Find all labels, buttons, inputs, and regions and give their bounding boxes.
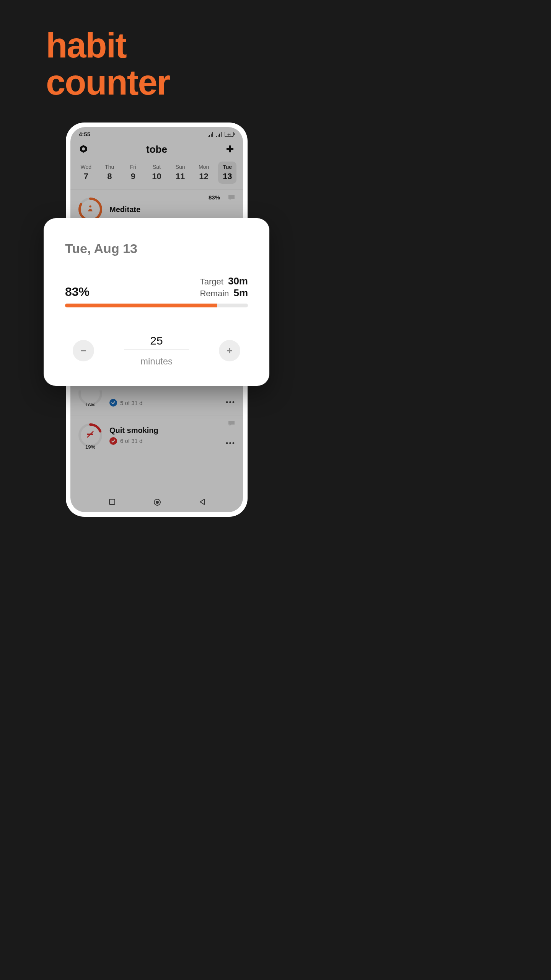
modal-remain-row: Remain 5m: [200, 287, 248, 299]
day-cell-sat[interactable]: Sat10: [147, 162, 166, 184]
settings-icon: [79, 144, 88, 154]
settings-button[interactable]: [79, 144, 88, 155]
check-icon: [109, 437, 117, 445]
day-name: Sat: [153, 164, 161, 170]
plus-icon: [225, 346, 234, 355]
remain-label: Remain: [200, 289, 229, 298]
comment-icon[interactable]: [228, 194, 235, 203]
svg-rect-19: [229, 348, 230, 353]
marketing-line1: habit: [46, 27, 170, 64]
status-right: 44: [208, 132, 235, 137]
svg-text:44: 44: [227, 133, 231, 136]
day-cell-wed[interactable]: Wed7: [77, 162, 95, 184]
day-name: Tue: [223, 164, 232, 170]
svg-point-16: [156, 501, 159, 504]
target-label: Target: [200, 277, 223, 286]
check-icon: [109, 399, 117, 407]
marketing-line2: counter: [46, 64, 170, 101]
habit-sub: 6 of 31 d: [109, 437, 235, 445]
day-cell-mon[interactable]: Mon12: [195, 162, 213, 184]
habit-title: Quit smoking: [109, 426, 235, 435]
more-button[interactable]: •••: [226, 399, 235, 407]
remain-value: 5m: [233, 287, 248, 299]
habit-title: Meditate: [109, 205, 235, 214]
signal-icon-2: [216, 132, 222, 137]
day-number: 8: [107, 172, 112, 181]
svg-rect-1: [234, 133, 235, 135]
day-name: Thu: [105, 164, 114, 170]
plus-icon: [225, 144, 235, 154]
increment-button[interactable]: [219, 340, 240, 361]
habit-ring-pct: 16%: [85, 402, 95, 406]
android-nav-bar: [70, 495, 243, 510]
day-cell-fri[interactable]: Fri9: [124, 162, 142, 184]
day-number: 7: [84, 172, 88, 181]
modal-target-row: Target 30m: [200, 275, 248, 287]
nav-home-button[interactable]: [153, 498, 161, 506]
comment-icon[interactable]: [228, 420, 235, 428]
meditate-icon: [86, 204, 95, 213]
modal-stats: 83% Target 30m Remain 5m: [65, 275, 248, 299]
day-cell-sun[interactable]: Sun11: [171, 162, 189, 184]
day-cell-tue[interactable]: Tue13: [218, 162, 236, 184]
nav-recents-button[interactable]: [109, 498, 116, 506]
habit-sub-text: 6 of 31 d: [120, 438, 142, 444]
more-button[interactable]: •••: [226, 439, 235, 448]
day-number: 10: [152, 172, 161, 181]
habit-counter-modal: Tue, Aug 13 83% Target 30m Remain 5m 25 …: [44, 218, 269, 386]
modal-targets: Target 30m Remain 5m: [200, 275, 248, 299]
svg-rect-14: [109, 499, 115, 505]
battery-icon: 44: [225, 132, 235, 137]
status-bar: 4:55 44: [70, 127, 243, 140]
day-number: 12: [199, 172, 208, 181]
day-name: Wed: [81, 164, 92, 170]
habit-info: Meditate: [109, 205, 235, 214]
day-number: 13: [223, 172, 232, 181]
habit-progress-ring: 19%: [78, 423, 103, 448]
status-time: 4:55: [79, 131, 90, 137]
habit-ring-pct: 19%: [85, 444, 95, 450]
day-name: Sun: [176, 164, 185, 170]
target-value: 30m: [228, 275, 248, 287]
minus-icon: [79, 346, 88, 355]
habit-info: Quit smoking 6 of 31 d: [109, 426, 235, 445]
stepper-value[interactable]: 25: [124, 334, 189, 350]
habit-row-blue[interactable]: 16% 5 of 31 d •••: [70, 399, 243, 415]
modal-progress-bar: [65, 304, 248, 307]
habit-info: 5 of 31 d: [109, 399, 235, 407]
nav-back-button[interactable]: [199, 498, 205, 506]
day-name: Mon: [199, 164, 209, 170]
decrement-button[interactable]: [73, 340, 94, 361]
habit-day-pct: 83%: [209, 194, 220, 201]
modal-progress-fill: [65, 304, 217, 307]
day-strip: Wed7Thu8Fri9Sat10Sun11Mon12Tue13: [70, 160, 243, 189]
habit-row-quit-smoking[interactable]: 19% Quit smoking 6 of 31 d •••: [70, 415, 243, 456]
app-title: tobe: [146, 144, 167, 155]
day-cell-thu[interactable]: Thu8: [100, 162, 119, 184]
marketing-title: habit counter: [46, 27, 170, 101]
modal-date: Tue, Aug 13: [65, 241, 248, 256]
svg-rect-17: [81, 350, 86, 351]
day-number: 11: [176, 172, 185, 181]
stepper-unit: minutes: [106, 356, 207, 367]
habit-progress-ring: 16%: [78, 390, 103, 406]
habit-sub-text: 5 of 31 d: [120, 400, 142, 406]
svg-point-7: [89, 206, 91, 208]
counter-stepper: 25 minutes: [65, 334, 248, 367]
modal-percentage: 83%: [65, 285, 90, 299]
day-name: Fri: [130, 164, 136, 170]
signal-icon: [208, 132, 214, 137]
habit-sub: 5 of 31 d: [109, 399, 235, 407]
svg-point-4: [82, 147, 85, 150]
no-smoking-icon: [86, 430, 95, 439]
day-number: 9: [131, 172, 135, 181]
add-habit-button[interactable]: [225, 144, 235, 155]
stepper-value-group: 25 minutes: [106, 334, 207, 367]
app-header: tobe: [70, 140, 243, 160]
